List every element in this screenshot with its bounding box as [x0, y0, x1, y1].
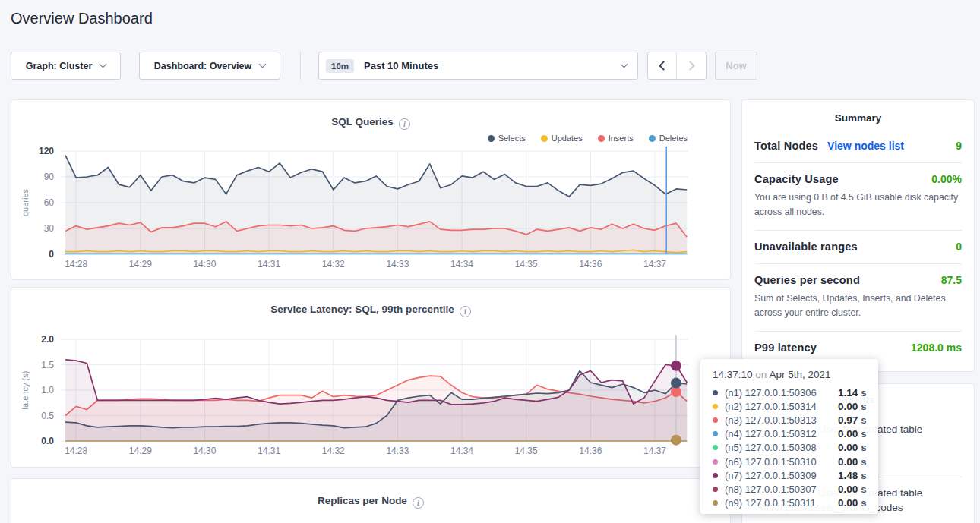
replicas-per-node-card: Replicas per Nodei [11, 478, 731, 523]
tooltip-node-value: 0.00 [838, 484, 858, 495]
svg-text:120: 120 [39, 146, 54, 156]
svg-text:1.0: 1.0 [41, 385, 54, 395]
chevron-left-icon [659, 61, 669, 71]
tooltip-row: (n3) 127.0.0.1:503130.97s [713, 413, 868, 427]
node-color-dot [713, 459, 718, 465]
svg-text:30: 30 [44, 223, 55, 234]
tooltip-node-value: 1.14 [838, 387, 858, 399]
svg-text:14:33: 14:33 [386, 259, 409, 269]
tooltip-node-unit: s [861, 484, 866, 495]
node-color-dot [713, 487, 718, 492]
toolbar-divider [300, 52, 301, 80]
tooltip-node-value: 0.00 [838, 456, 858, 468]
tooltip-node-label: (n1) 127.0.0.1:50306 [725, 387, 838, 399]
summary-row-label: Queries per second [754, 274, 860, 286]
node-color-dot [713, 500, 718, 506]
summary-row-value: 0.00% [931, 173, 962, 185]
svg-text:14:36: 14:36 [579, 446, 602, 456]
svg-text:2.0: 2.0 [41, 334, 54, 345]
tooltip-row: (n4) 127.0.0.1:503120.00s [713, 427, 868, 441]
svg-text:14:30: 14:30 [193, 259, 216, 269]
tooltip-node-value: 0.00 [838, 401, 858, 412]
svg-text:14:35: 14:35 [515, 259, 538, 269]
svg-text:14:32: 14:32 [322, 446, 345, 456]
tooltip-node-unit: s [861, 470, 866, 481]
summary-row: Total NodesView nodes list9 [754, 130, 962, 163]
svg-text:14:37: 14:37 [643, 259, 666, 269]
svg-text:14:37: 14:37 [643, 446, 666, 456]
chart-hover-tooltip: 14:37:10 on Apr 5th, 2021 (n1) 127.0.0.1… [700, 359, 878, 514]
tooltip-row: (n1) 127.0.0.1:503061.14s [713, 386, 868, 399]
node-color-dot [713, 417, 718, 423]
svg-text:14:28: 14:28 [65, 259, 87, 269]
chevron-down-icon [100, 61, 107, 68]
summary-row-value: 9 [956, 140, 962, 152]
sql-queries-card: SQL Queriesi SelectsUpdatesInsertsDelete… [11, 99, 731, 280]
summary-row-value: 0 [956, 241, 962, 253]
time-prev-button[interactable] [648, 52, 677, 79]
svg-text:14:32: 14:32 [322, 259, 345, 269]
summary-title: Summary [742, 100, 974, 124]
tooltip-node-value: 0.97 [838, 414, 858, 426]
time-next-button[interactable] [677, 52, 706, 79]
svg-text:14:29: 14:29 [129, 259, 152, 269]
summary-row: Queries per second87.5Sum of Selects, Up… [754, 264, 962, 332]
svg-text:0.0: 0.0 [41, 436, 54, 446]
node-color-dot [713, 404, 718, 409]
svg-text:14:34: 14:34 [450, 259, 473, 269]
summary-row-label: Total Nodes [754, 140, 818, 152]
summary-row-label: Unavailable ranges [754, 241, 858, 253]
node-color-dot [713, 390, 718, 395]
summary-row-desc: Sum of Selects, Updates, Inserts, and De… [754, 291, 962, 320]
tooltip-node-unit: s [861, 442, 866, 453]
tooltip-rows: (n1) 127.0.0.1:503061.14s(n2) 127.0.0.1:… [713, 386, 868, 510]
svg-text:14:28: 14:28 [65, 446, 87, 456]
svg-text:14:36: 14:36 [579, 259, 602, 269]
chevron-right-icon [685, 61, 695, 71]
tooltip-row: (n2) 127.0.0.1:503140.00s [713, 399, 868, 413]
service-latency-card: Service Latency: SQL, 99th percentilei 0… [11, 287, 731, 468]
tooltip-node-label: (n6) 127.0.0.1:50310 [725, 456, 838, 468]
tooltip-node-unit: s [861, 456, 866, 468]
replicas-per-node-title: Replicas per Nodei [11, 495, 730, 509]
svg-text:14:31: 14:31 [258, 259, 280, 269]
info-icon[interactable]: i [413, 497, 424, 509]
sql-queries-chart[interactable]: 030609012014:2814:2914:3014:3114:3214:33… [11, 100, 730, 282]
svg-text:14:30: 14:30 [193, 446, 216, 456]
tooltip-row: (n8) 127.0.0.1:503070.00s [713, 482, 868, 496]
chevron-down-icon [259, 61, 267, 68]
svg-text:14:35: 14:35 [515, 446, 538, 456]
tooltip-node-label: (n4) 127.0.0.1:50312 [725, 428, 838, 440]
summary-row-value: 1208.0 ms [911, 342, 962, 354]
svg-text:14:31: 14:31 [258, 446, 280, 456]
tooltip-node-unit: s [861, 387, 866, 399]
summary-row-label: P99 latency [754, 342, 817, 354]
dashboard-dropdown[interactable]: Dashboard: Overview [139, 52, 280, 80]
dashboard-dropdown-label: Dashboard: Overview [154, 61, 252, 71]
service-latency-chart[interactable]: 0.00.51.01.52.014:2814:2914:3014:3114:32… [11, 288, 730, 470]
summary-row-label: Capacity Usage [754, 173, 839, 185]
summary-row-value: 87.5 [941, 274, 962, 286]
summary-row: Capacity Usage0.00%You are using 0 B of … [754, 163, 962, 231]
tooltip-row: (n6) 127.0.0.1:503100.00s [713, 455, 868, 468]
tooltip-row: (n9) 127.0.0.1:503110.00s [713, 496, 868, 510]
svg-text:1.5: 1.5 [41, 360, 54, 370]
tooltip-node-value: 0.00 [838, 442, 858, 453]
summary-card: Summary Total NodesView nodes list9Capac… [741, 99, 975, 372]
view-nodes-link[interactable]: View nodes list [827, 140, 904, 152]
time-range-picker[interactable]: 10m Past 10 Minutes [318, 52, 638, 80]
tooltip-node-label: (n9) 127.0.0.1:50311 [725, 497, 838, 509]
svg-text:14:33: 14:33 [386, 446, 409, 456]
summary-row-desc: You are using 0 B of 4.5 GiB usable disk… [754, 191, 962, 219]
now-button[interactable]: Now [715, 52, 757, 80]
svg-text:14:34: 14:34 [450, 446, 473, 456]
svg-text:60: 60 [44, 197, 55, 208]
node-color-dot [713, 473, 718, 478]
tooltip-node-value: 1.48 [838, 470, 858, 481]
summary-row: Unavailable ranges0 [754, 231, 962, 264]
graph-dropdown-label: Graph: Cluster [26, 61, 93, 71]
summary-rows: Total NodesView nodes list9Capacity Usag… [742, 124, 974, 364]
tooltip-node-unit: s [861, 414, 866, 426]
graph-dropdown[interactable]: Graph: Cluster [11, 52, 121, 80]
tooltip-node-label: (n2) 127.0.0.1:50314 [725, 401, 838, 412]
